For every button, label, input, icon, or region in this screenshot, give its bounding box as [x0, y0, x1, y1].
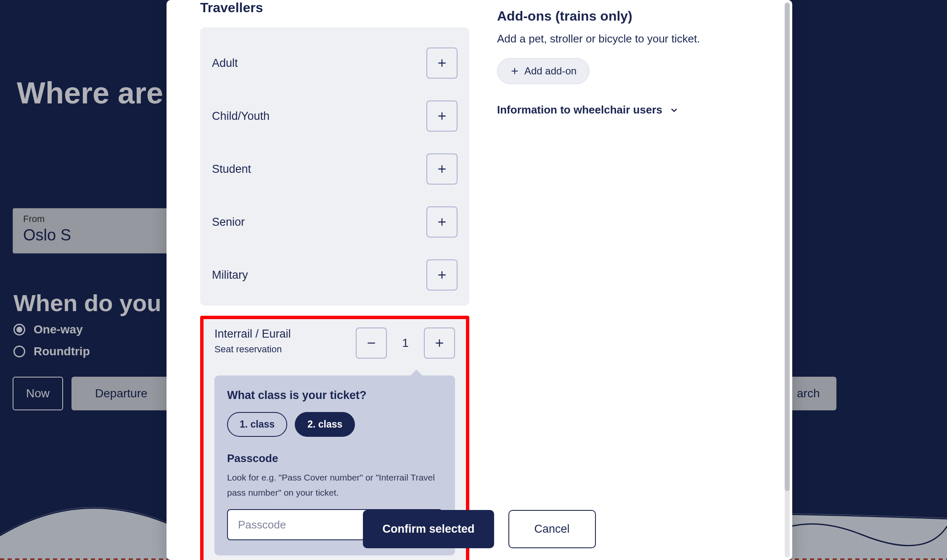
travellers-heading: Travellers: [200, 0, 469, 16]
class-1-pill[interactable]: 1. class: [227, 412, 287, 437]
addons-heading: Add-ons (trains only): [497, 8, 759, 24]
travellers-list: Adult Child/Youth Student: [200, 27, 469, 306]
remove-interrail-button[interactable]: [356, 328, 387, 359]
interrail-count: 1: [395, 336, 415, 350]
modal-right-column: Add-ons (trains only) Add a pet, strolle…: [486, 0, 792, 560]
plus-icon: [436, 217, 447, 227]
traveller-row-adult: Adult: [212, 37, 458, 90]
traveller-label: Senior: [212, 216, 245, 229]
traveller-label: Adult: [212, 57, 238, 70]
add-addon-label: Add add-on: [524, 65, 577, 77]
modal-footer: Confirm selected Cancel: [167, 510, 792, 548]
stepper-student: [426, 153, 458, 185]
travellers-modal: Travellers Adult Child/Youth: [167, 0, 792, 560]
traveller-label: Student: [212, 163, 251, 176]
class-pill-group: 1. class 2. class: [227, 412, 442, 437]
cancel-button[interactable]: Cancel: [508, 510, 596, 548]
add-interrail-button[interactable]: [424, 328, 455, 359]
traveller-row-military: Military: [212, 248, 458, 296]
interrail-header-row: Interrail / Eurail Seat reservation 1: [214, 328, 455, 359]
traveller-row-student: Student: [212, 143, 458, 195]
stepper-military: [426, 259, 458, 291]
add-adult-button[interactable]: [426, 48, 458, 79]
plus-icon: [436, 111, 447, 122]
class-2-pill[interactable]: 2. class: [295, 412, 355, 437]
interrail-labels: Interrail / Eurail Seat reservation: [214, 328, 291, 355]
add-child-button[interactable]: [426, 100, 458, 132]
add-addon-button[interactable]: Add add-on: [497, 58, 590, 84]
passcode-help-text: Look for e.g. "Pass Cover number" or "In…: [227, 470, 442, 500]
plus-icon: [510, 66, 519, 76]
modal-scrollbar[interactable]: [785, 3, 790, 557]
interrail-title: Interrail / Eurail: [214, 328, 291, 341]
plus-icon: [434, 338, 445, 349]
add-senior-button[interactable]: [426, 206, 458, 238]
addons-description: Add a pet, stroller or bicycle to your t…: [497, 32, 759, 45]
wheelchair-label: Information to wheelchair users: [497, 103, 662, 116]
plus-icon: [436, 164, 447, 174]
modal-left-column: Travellers Adult Child/Youth: [167, 0, 486, 560]
traveller-row-child: Child/Youth: [212, 90, 458, 143]
class-question: What class is your ticket?: [227, 389, 442, 402]
stepper-senior: [426, 206, 458, 238]
wheelchair-info-toggle[interactable]: Information to wheelchair users: [497, 103, 679, 116]
traveller-label: Child/Youth: [212, 110, 270, 123]
scrollbar-thumb[interactable]: [785, 3, 790, 491]
plus-icon: [436, 58, 447, 69]
minus-icon: [366, 338, 377, 349]
traveller-label: Military: [212, 269, 248, 282]
traveller-row-senior: Senior: [212, 195, 458, 248]
stepper-interrail: 1: [356, 328, 455, 359]
chevron-down-icon: [669, 105, 679, 115]
add-military-button[interactable]: [426, 259, 458, 291]
add-student-button[interactable]: [426, 153, 458, 185]
stepper-adult: [426, 48, 458, 79]
passcode-heading: Passcode: [227, 452, 442, 465]
plus-icon: [436, 269, 447, 280]
stepper-child: [426, 100, 458, 132]
interrail-subtitle: Seat reservation: [214, 344, 291, 355]
confirm-selected-button[interactable]: Confirm selected: [363, 510, 494, 548]
